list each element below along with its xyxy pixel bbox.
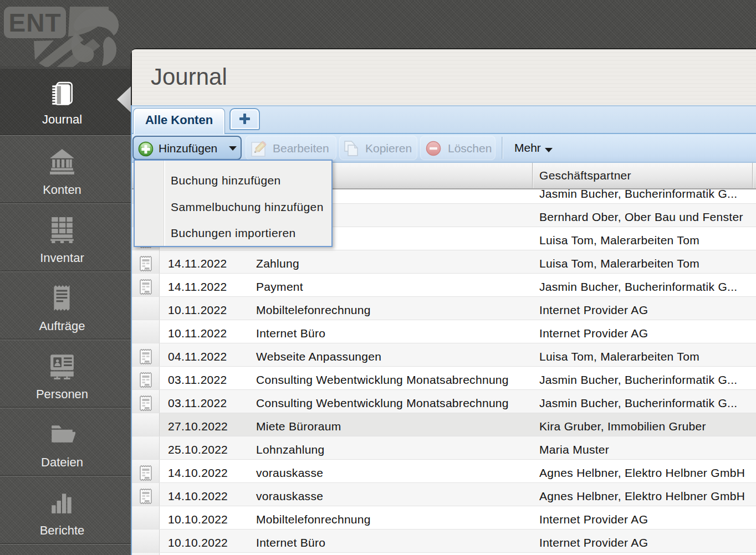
svg-text:ENT: ENT [9, 8, 62, 37]
